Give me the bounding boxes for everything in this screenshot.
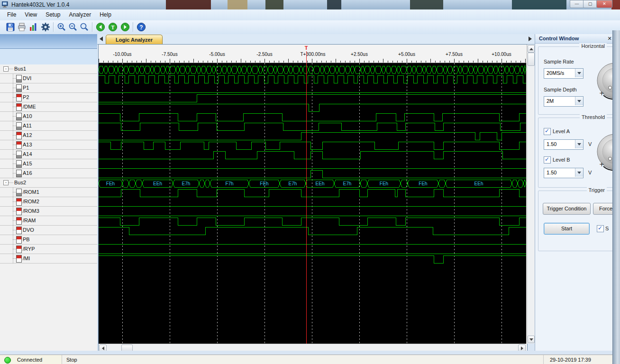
channel-row-rom2[interactable]: /ROM2 — [0, 197, 97, 207]
channel-row-a14[interactable]: A14 — [0, 150, 97, 159]
sample-depth-dropdown[interactable]: 2M — [544, 96, 584, 107]
trigger-condition-button[interactable]: Trigger Condition — [543, 203, 591, 215]
chart-icon[interactable] — [28, 22, 38, 32]
bus-group-row-bus1[interactable]: -Bus1 — [0, 64, 97, 74]
svg-text:FEh: FEh — [380, 181, 388, 186]
channel-state-icon — [16, 94, 22, 101]
channel-label: /RYP — [23, 246, 35, 252]
menu-view[interactable]: View — [20, 9, 41, 18]
menu-setup[interactable]: Setup — [41, 9, 64, 18]
channel-row-a11[interactable]: A11 — [0, 121, 97, 131]
channel-state-icon — [16, 189, 22, 196]
tab-logic-analyzer[interactable]: Logic Analyzer — [106, 35, 163, 45]
scroll-down-icon[interactable] — [528, 336, 535, 343]
menu-help[interactable]: Help — [95, 9, 116, 18]
zoom-reset-icon[interactable] — [80, 22, 89, 32]
tree-connector — [13, 192, 16, 193]
channel-row-pb[interactable]: PB — [0, 235, 97, 245]
bus-group-label: Bus1 — [14, 66, 26, 72]
sample-rate-dropdown[interactable]: 20MS/s — [544, 68, 584, 79]
waveform-display[interactable]: FEhEEhE7hF7hFEhE7hEEhE7hFEhFEhEEh — [99, 63, 526, 344]
level-a-checkbox[interactable] — [544, 128, 551, 135]
menu-analyzer[interactable]: Analyzer — [65, 9, 96, 18]
close-button[interactable]: ✕ — [596, 0, 612, 8]
single-checkbox[interactable] — [597, 225, 604, 232]
channel-row-a13[interactable]: A13 — [0, 140, 97, 150]
trace-a14 — [99, 151, 526, 159]
tab-scroll-left-icon[interactable] — [100, 36, 103, 41]
tree-connector — [13, 239, 16, 240]
tree-connector — [9, 182, 13, 183]
channel-row-rom3[interactable]: /ROM3 — [0, 207, 97, 216]
svg-text:E7h: E7h — [343, 181, 352, 186]
menu-file[interactable]: File — [3, 9, 20, 18]
channel-row-mi[interactable]: /MI — [0, 254, 97, 264]
channel-row-a12[interactable]: A12 — [0, 131, 97, 140]
channel-row-dvo[interactable]: DVO — [0, 226, 97, 235]
minimize-button[interactable]: — — [570, 0, 584, 8]
app-icon — [2, 1, 9, 8]
start-button[interactable]: Start — [544, 223, 590, 235]
channel-state-icon — [16, 113, 22, 120]
collapse-toggle-icon[interactable]: - — [3, 180, 9, 185]
channel-row-ryp[interactable]: /RYP — [0, 245, 97, 254]
channel-row-a15[interactable]: A15 — [0, 159, 97, 169]
timeline-ruler[interactable]: -10.00us-7.50us-5.00us-2.50usT+300.00ns+… — [99, 45, 526, 63]
collapse-toggle-icon[interactable]: - — [3, 66, 9, 72]
go-next-icon[interactable] — [120, 22, 130, 32]
background-window-edge — [612, 30, 620, 364]
zoom-in-icon[interactable] — [57, 22, 66, 32]
svg-text:E7h: E7h — [182, 181, 191, 186]
bus-group-row-bus2[interactable]: -Bus2 — [0, 178, 97, 188]
vertical-scrollbar[interactable] — [527, 45, 535, 344]
maximize-button[interactable]: ▢ — [583, 0, 597, 8]
tab-scroll-right-icon[interactable] — [529, 36, 532, 41]
sidebar-subheader-band — [0, 49, 97, 65]
sample-rate-value: 20MS/s — [547, 70, 564, 76]
channel-row-dvi[interactable]: DVI — [0, 74, 97, 83]
help-icon[interactable]: ? — [137, 22, 146, 32]
timeline-tick-label: -7.50us — [162, 52, 177, 57]
channel-state-icon — [16, 170, 22, 177]
settings-gear-icon[interactable] — [41, 22, 50, 32]
channel-label: P2 — [23, 94, 29, 100]
chevron-down-icon[interactable] — [575, 168, 583, 177]
control-window-titlebar[interactable]: Control Window ✕ — [535, 34, 620, 44]
toolbar-separator — [92, 22, 93, 32]
level-b-checkbox[interactable] — [544, 156, 551, 164]
level-a-dropdown[interactable]: 1.50 — [544, 139, 584, 150]
channel-row-p1[interactable]: P1 — [0, 83, 97, 93]
channel-row-dme[interactable]: /DME — [0, 102, 97, 112]
chevron-down-icon[interactable] — [575, 140, 583, 148]
tree-connector — [13, 107, 16, 108]
channel-row-a10[interactable]: A10 — [0, 112, 97, 121]
scroll-up-icon[interactable] — [528, 45, 535, 53]
trigger-marker[interactable]: T — [305, 45, 308, 51]
zoom-out-icon[interactable] — [68, 22, 78, 32]
svg-text:F7h: F7h — [225, 181, 233, 186]
channel-row-p2[interactable]: P2 — [0, 93, 97, 102]
tree-connector — [13, 220, 16, 221]
go-previous-icon[interactable] — [96, 22, 105, 32]
tree-connector — [13, 97, 16, 98]
go-trigger-icon[interactable]: T — [108, 22, 118, 32]
chevron-down-icon[interactable] — [575, 69, 583, 77]
channel-row-ram[interactable]: /RAM — [0, 216, 97, 226]
print-icon[interactable] — [17, 22, 27, 32]
control-window-close-icon[interactable]: ✕ — [606, 35, 613, 42]
timeline-tick-label: +7.50us — [446, 52, 463, 57]
title-bar[interactable]: Hantek4032L Ver 1.0.4 — ▢ ✕ — [0, 0, 620, 10]
desktop-artifact — [611, 0, 620, 9]
chevron-down-icon[interactable] — [575, 97, 583, 105]
channel-state-icon — [16, 236, 22, 244]
channel-state-icon — [16, 75, 22, 82]
vertical-scroll-thumb[interactable] — [528, 53, 535, 66]
datetime-text: 29-10-2019 17:39 — [550, 357, 591, 363]
channel-row-rom1[interactable]: /ROM1 — [0, 188, 97, 197]
tree-connector — [13, 88, 16, 89]
desktop-artifact — [512, 0, 566, 9]
channel-label: /DME — [23, 104, 36, 109]
save-icon[interactable] — [6, 22, 15, 32]
level-b-dropdown[interactable]: 1.50 — [544, 168, 584, 178]
channel-row-a16[interactable]: A16 — [0, 169, 97, 178]
